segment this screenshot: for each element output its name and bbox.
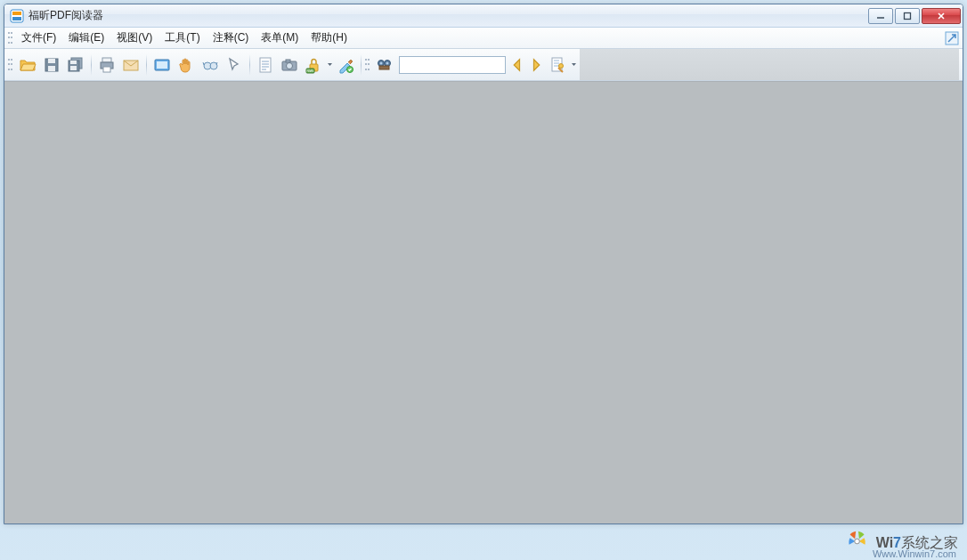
svg-rect-27	[286, 60, 290, 62]
email-button[interactable]	[119, 53, 142, 77]
svg-rect-13	[102, 58, 111, 62]
svg-point-42	[559, 63, 564, 68]
svg-rect-35	[379, 66, 389, 69]
menu-view[interactable]: 视图(V)	[110, 28, 158, 47]
watermark-logo-icon	[844, 528, 871, 558]
maximize-button[interactable]	[895, 8, 920, 24]
svg-point-28	[287, 62, 293, 69]
svg-rect-2	[905, 12, 911, 19]
menu-help[interactable]: 帮助(H)	[305, 28, 353, 47]
text-viewer-button[interactable]	[254, 53, 277, 77]
watermark: Wi7系统之家 Www.Winwin7.com	[844, 528, 958, 558]
menu-form[interactable]: 表单(M)	[255, 28, 305, 47]
select-tool-button[interactable]	[223, 53, 246, 77]
toolbar-separator	[146, 54, 147, 76]
find-prev-button[interactable]	[508, 53, 526, 77]
save-all-button[interactable]	[64, 53, 87, 77]
advanced-search-button[interactable]	[546, 53, 569, 77]
titlebar[interactable]: 福昕PDF阅读器	[4, 4, 963, 28]
menu-edit[interactable]: 编辑(E)	[62, 28, 110, 47]
close-button[interactable]	[922, 8, 961, 24]
svg-point-36	[380, 61, 383, 64]
app-icon	[10, 9, 24, 23]
rms-protect-button[interactable]: RMS	[302, 53, 325, 77]
save-button[interactable]	[40, 53, 63, 77]
read-mode-button[interactable]	[199, 53, 222, 77]
find-button[interactable]	[373, 53, 396, 77]
search-dropdown[interactable]	[570, 61, 577, 68]
toolbar-separator	[91, 54, 92, 76]
window-title: 福昕PDF阅读器	[28, 8, 866, 23]
menu-comment[interactable]: 注释(C)	[207, 28, 256, 47]
menubar-grip[interactable]	[8, 31, 13, 45]
svg-point-43	[854, 539, 859, 544]
svg-rect-12	[70, 66, 77, 70]
svg-point-20	[210, 62, 217, 69]
svg-rect-7	[48, 59, 55, 63]
svg-text:RMS: RMS	[307, 69, 314, 73]
toolbar-separator	[361, 54, 362, 76]
toolbar: RMS	[4, 49, 963, 81]
menubar: 文件(F) 编辑(E) 视图(V) 工具(T) 注释(C) 表单(M) 帮助(H…	[4, 28, 963, 49]
open-button[interactable]	[16, 53, 39, 77]
svg-rect-15	[103, 67, 110, 72]
print-button[interactable]	[95, 53, 118, 77]
app-window: 福昕PDF阅读器 文件(F) 编辑(E) 视图(V) 工具(T) 注释(C) 表…	[4, 4, 963, 524]
svg-rect-11	[70, 61, 77, 64]
find-next-button[interactable]	[527, 53, 545, 77]
fullscreen-button[interactable]	[150, 53, 174, 77]
svg-rect-8	[48, 66, 55, 71]
sign-button[interactable]	[334, 53, 357, 77]
svg-rect-18	[157, 61, 167, 69]
search-input[interactable]	[399, 56, 506, 74]
rms-dropdown[interactable]	[326, 61, 333, 68]
toolbar-empty-area	[580, 49, 959, 80]
minimize-button[interactable]	[868, 8, 893, 24]
svg-point-37	[386, 61, 389, 64]
snapshot-button[interactable]	[278, 53, 301, 77]
menu-file[interactable]: 文件(F)	[15, 28, 62, 47]
toolbar-grip[interactable]	[8, 58, 13, 72]
svg-rect-21	[260, 58, 271, 72]
expand-icon[interactable]	[945, 31, 959, 45]
toolbar-separator	[249, 54, 250, 76]
watermark-text: Wi7系统之家 Www.Winwin7.com	[876, 535, 958, 551]
watermark-url: Www.Winwin7.com	[873, 548, 956, 559]
hand-tool-button[interactable]	[175, 53, 198, 77]
document-area	[4, 81, 963, 523]
toolbar-grip-2[interactable]	[365, 58, 370, 72]
menu-tools[interactable]: 工具(T)	[158, 28, 206, 47]
window-controls	[866, 8, 961, 24]
